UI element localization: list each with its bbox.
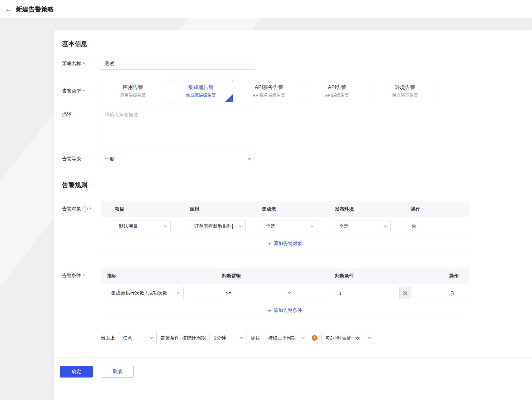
condition-input-group: 次 bbox=[335, 287, 411, 299]
actions-cell bbox=[443, 290, 469, 296]
alert-type-card-environment[interactable]: 环境告警 独立环境告警 bbox=[373, 80, 437, 102]
alert-type-card-application[interactable]: 应用告警 应用层级告警 bbox=[101, 80, 165, 102]
logic-select[interactable]: >= bbox=[222, 287, 295, 299]
form-card: 基本信息 策略名称* 告警类型* 应用告警 应用层级告警 集成流告警 集成流层级… bbox=[54, 30, 532, 400]
alert-type-card-integration-flow[interactable]: 集成流告警 集成流层级告警 ✓ bbox=[169, 80, 233, 102]
alert-level-value: 一般 bbox=[105, 156, 114, 162]
chevron-down-icon bbox=[288, 291, 291, 295]
required-mark: * bbox=[83, 88, 85, 94]
trigger-meet-text: 满足 bbox=[251, 335, 260, 341]
column-header-environment: 发布环境 bbox=[321, 206, 397, 212]
metric-select[interactable]: 集成流执行次数 / 成功次数 bbox=[107, 287, 184, 299]
condition-cell: 次 bbox=[329, 287, 443, 299]
add-alert-condition-button[interactable]: + 添加告警条件 bbox=[101, 302, 469, 319]
trigger-middle-text: 告警条件, 按统计周期 bbox=[160, 335, 206, 341]
trigger-prefix-text: 当以上 bbox=[101, 335, 115, 341]
card-title: API服务告警 bbox=[255, 84, 283, 91]
chevron-down-icon bbox=[248, 157, 252, 161]
statistic-period-value: 1分钟 bbox=[214, 335, 226, 341]
alert-conditions-row: 告警条件* 指标 判断逻辑 判断条件 操作 集成流执行次数 / 成功次数 >= bbox=[62, 268, 532, 319]
column-header-actions: 操作 bbox=[443, 273, 469, 279]
policy-name-label-text: 策略名称 bbox=[62, 60, 81, 67]
trash-icon bbox=[411, 224, 416, 229]
column-header-project: 项目 bbox=[101, 206, 176, 212]
policy-name-row: 策略名称* bbox=[62, 58, 532, 70]
back-arrow-icon[interactable]: ← bbox=[5, 6, 14, 13]
delete-row-button[interactable] bbox=[449, 290, 455, 296]
footer-divider bbox=[54, 357, 532, 358]
add-alert-condition-label: 添加告警条件 bbox=[273, 308, 302, 314]
application-cell: 订单表有新数据时[ bbox=[176, 220, 247, 232]
alert-type-card-api-service[interactable]: API服务告警 API服务层级告警 bbox=[237, 80, 301, 102]
condition-match-select[interactable]: 任意 bbox=[119, 332, 157, 344]
cancel-button[interactable]: 取消 bbox=[101, 366, 134, 378]
alert-type-cards: 应用告警 应用层级告警 集成流告警 集成流层级告警 ✓ API服务告警 API服… bbox=[101, 80, 437, 102]
description-row: 描述 bbox=[62, 109, 532, 145]
column-header-application: 应用 bbox=[176, 206, 247, 212]
add-alert-object-button[interactable]: + 添加告警对象 bbox=[101, 235, 469, 252]
trigger-settings-row: 当以上 任意 告警条件, 按统计周期 1分钟 满足 持续三个周期 ! 每2小时告… bbox=[101, 332, 532, 344]
card-title: API告警 bbox=[328, 84, 346, 91]
description-label-text: 描述 bbox=[62, 111, 72, 117]
integration-flow-cell: 全选 bbox=[247, 220, 321, 232]
card-title: 应用告警 bbox=[123, 84, 143, 91]
chevron-down-icon bbox=[383, 224, 387, 228]
description-label: 描述 bbox=[62, 109, 101, 117]
alert-conditions-table: 指标 判断逻辑 判断条件 操作 集成流执行次数 / 成功次数 >= bbox=[101, 268, 469, 319]
check-icon: ✓ bbox=[229, 98, 232, 102]
integration-flow-value: 全选 bbox=[266, 223, 275, 229]
metric-value: 集成流执行次数 / 成功次数 bbox=[111, 290, 167, 296]
alert-level-row: 告警等级 一般 bbox=[62, 153, 532, 165]
condition-value-input[interactable] bbox=[335, 287, 399, 299]
actions-cell bbox=[397, 223, 469, 230]
card-subtitle: 独立环境告警 bbox=[392, 92, 418, 98]
duration-select[interactable]: 持续三个周期 bbox=[264, 332, 308, 344]
environment-value: 全选 bbox=[339, 223, 348, 229]
delete-row-button[interactable] bbox=[411, 223, 417, 230]
basic-info-section-title: 基本信息 bbox=[62, 40, 532, 48]
card-subtitle: 集成流层级告警 bbox=[186, 92, 216, 98]
chevron-down-icon bbox=[163, 224, 167, 228]
alert-frequency-select[interactable]: 每2小时告警一次 bbox=[321, 332, 374, 344]
confirm-button[interactable]: 确定 bbox=[60, 366, 93, 378]
column-header-actions: 操作 bbox=[397, 206, 469, 212]
column-header-logic: 判断逻辑 bbox=[216, 273, 329, 279]
application-select[interactable]: 订单表有新数据时[ bbox=[190, 220, 246, 232]
alert-conditions-label-text: 告警条件 bbox=[62, 273, 81, 279]
required-mark: * bbox=[83, 273, 85, 278]
page-header: ← 新建告警策略 bbox=[0, 0, 532, 18]
environment-select[interactable]: 全选 bbox=[335, 220, 391, 232]
alert-type-row: 告警类型* 应用告警 应用层级告警 集成流告警 集成流层级告警 ✓ API服务告… bbox=[62, 80, 532, 102]
alert-level-label-text: 告警等级 bbox=[62, 156, 81, 162]
card-subtitle: 应用层级告警 bbox=[120, 92, 146, 98]
description-textarea[interactable] bbox=[101, 109, 255, 145]
trash-icon bbox=[450, 290, 455, 296]
card-title: 集成流告警 bbox=[188, 84, 214, 91]
alert-objects-table-header: 项目 应用 集成流 发布环境 操作 bbox=[101, 201, 469, 217]
column-header-integration-flow: 集成流 bbox=[247, 206, 321, 212]
chevron-down-icon bbox=[240, 336, 243, 340]
environment-cell: 全选 bbox=[321, 220, 397, 232]
project-value: 默认项目 bbox=[119, 223, 138, 229]
logic-value: >= bbox=[226, 290, 232, 296]
column-header-condition: 判断条件 bbox=[329, 273, 443, 279]
chevron-down-icon bbox=[149, 336, 153, 340]
alert-level-select[interactable]: 一般 bbox=[101, 153, 255, 165]
alert-conditions-label: 告警条件* bbox=[62, 268, 101, 279]
alert-objects-label-text: 告警对象 bbox=[62, 206, 81, 212]
application-value: 订单表有新数据时[ bbox=[194, 223, 233, 229]
policy-name-input[interactable] bbox=[101, 58, 255, 70]
metric-cell: 集成流执行次数 / 成功次数 bbox=[101, 287, 216, 299]
project-select[interactable]: 默认项目 bbox=[115, 220, 171, 232]
alert-type-card-api[interactable]: API告警 API层级告警 bbox=[305, 80, 369, 102]
alert-object-table-row: 默认项目 订单表有新数据时[ 全选 bbox=[101, 217, 469, 235]
alert-rules-section-title: 告警规则 bbox=[62, 181, 532, 189]
info-icon[interactable]: i bbox=[83, 206, 88, 212]
chevron-down-icon bbox=[301, 336, 305, 340]
integration-flow-select[interactable]: 全选 bbox=[262, 220, 317, 232]
duration-value: 持续三个周期 bbox=[268, 335, 296, 341]
alert-type-label: 告警类型* bbox=[62, 80, 101, 94]
card-subtitle: API层级告警 bbox=[325, 92, 349, 98]
statistic-period-select[interactable]: 1分钟 bbox=[210, 332, 247, 344]
card-subtitle: API服务层级告警 bbox=[253, 92, 285, 98]
